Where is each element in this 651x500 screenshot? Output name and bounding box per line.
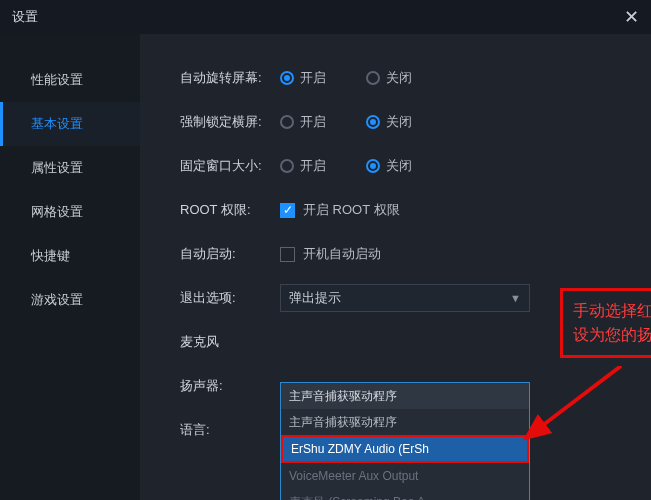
titlebar: 设置 ✕ <box>0 0 651 34</box>
radio-auto-rotate-off[interactable]: 关闭 <box>366 69 412 87</box>
annotation-callout: 手动选择红框选项, 设为您的扬声器设备 <box>560 288 651 358</box>
radio-circle-icon <box>366 115 380 129</box>
label-language: 语言: <box>180 421 280 439</box>
sidebar-item-label: 基本设置 <box>31 115 83 133</box>
select-value: 弹出提示 <box>289 289 341 307</box>
checkbox-autostart[interactable]: 开机自动启动 <box>280 245 381 263</box>
radio-auto-rotate-on[interactable]: 开启 <box>280 69 326 87</box>
sidebar-item-shortcut[interactable]: 快捷键 <box>0 234 140 278</box>
sidebar: 性能设置 基本设置 属性设置 网格设置 快捷键 游戏设置 <box>0 34 140 500</box>
radio-circle-icon <box>366 159 380 173</box>
radio-circle-icon <box>280 159 294 173</box>
check-icon: ✓ <box>280 203 295 218</box>
row-auto-rotate: 自动旋转屏幕: 开启 关闭 <box>180 56 631 100</box>
label-speaker: 扬声器: <box>180 377 280 395</box>
label-force-landscape: 强制锁定横屏: <box>180 113 280 131</box>
row-root: ROOT 权限: ✓ 开启 ROOT 权限 <box>180 188 631 232</box>
sidebar-item-label: 属性设置 <box>31 159 83 177</box>
callout-line: 手动选择红框选项, <box>573 299 651 323</box>
sidebar-item-performance[interactable]: 性能设置 <box>0 58 140 102</box>
close-icon[interactable]: ✕ <box>624 8 639 26</box>
dropdown-option[interactable]: 主声音捕获驱动程序 <box>281 409 529 435</box>
radio-circle-icon <box>366 71 380 85</box>
radio-force-land-off[interactable]: 关闭 <box>366 113 412 131</box>
label-exit-option: 退出选项: <box>180 289 280 307</box>
label-auto-rotate: 自动旋转屏幕: <box>180 69 280 87</box>
dropdown-option[interactable]: 主声音捕获驱动程序 <box>281 383 529 409</box>
row-fixed-window: 固定窗口大小: 开启 关闭 <box>180 144 631 188</box>
radio-circle-icon <box>280 71 294 85</box>
speaker-dropdown[interactable]: 主声音捕获驱动程序 主声音捕获驱动程序 ErShu ZDMY Audio (Er… <box>280 382 530 500</box>
dropdown-option[interactable]: 麦克风 (Screaming Bee A <box>281 489 529 500</box>
select-exit-option[interactable]: 弹出提示 ▼ <box>280 284 530 312</box>
sidebar-item-label: 游戏设置 <box>31 291 83 309</box>
label-root: ROOT 权限: <box>180 201 280 219</box>
callout-line: 设为您的扬声器设备 <box>573 323 651 347</box>
sidebar-item-label: 网格设置 <box>31 203 83 221</box>
row-autostart: 自动启动: 开机自动启动 <box>180 232 631 276</box>
check-icon <box>280 247 295 262</box>
row-force-landscape: 强制锁定横屏: 开启 关闭 <box>180 100 631 144</box>
radio-fixedwin-off[interactable]: 关闭 <box>366 157 412 175</box>
settings-panel: 自动旋转屏幕: 开启 关闭 强制锁定横屏: 开启 关闭 固定窗口大小: 开启 关… <box>140 34 651 500</box>
radio-circle-icon <box>280 115 294 129</box>
dropdown-option[interactable]: VoiceMeeter Aux Output <box>281 463 529 489</box>
radio-fixedwin-on[interactable]: 开启 <box>280 157 326 175</box>
label-fixed-window: 固定窗口大小: <box>180 157 280 175</box>
sidebar-item-label: 快捷键 <box>31 247 70 265</box>
sidebar-item-property[interactable]: 属性设置 <box>0 146 140 190</box>
chevron-down-icon: ▼ <box>510 292 521 304</box>
radio-force-land-on[interactable]: 开启 <box>280 113 326 131</box>
sidebar-item-game[interactable]: 游戏设置 <box>0 278 140 322</box>
sidebar-item-basic[interactable]: 基本设置 <box>0 102 140 146</box>
sidebar-item-network[interactable]: 网格设置 <box>0 190 140 234</box>
dropdown-option-highlighted[interactable]: ErShu ZDMY Audio (ErSh <box>281 435 529 463</box>
label-autostart: 自动启动: <box>180 245 280 263</box>
sidebar-item-label: 性能设置 <box>31 71 83 89</box>
checkbox-root[interactable]: ✓ 开启 ROOT 权限 <box>280 201 400 219</box>
label-mic: 麦克风 <box>180 333 280 351</box>
window-title: 设置 <box>12 8 38 26</box>
